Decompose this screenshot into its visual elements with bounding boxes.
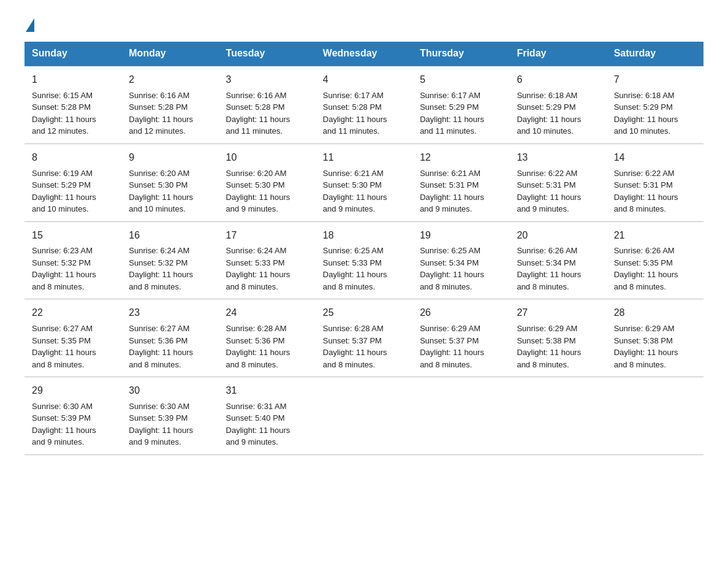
day-number: 14: [614, 150, 696, 166]
day-number: 21: [614, 228, 696, 243]
day-info: Sunrise: 6:16 AMSunset: 5:28 PMDaylight:…: [129, 90, 211, 137]
calendar-cell: [316, 377, 412, 455]
day-info: Sunrise: 6:23 AMSunset: 5:32 PMDaylight:…: [32, 245, 114, 293]
day-number: 31: [226, 383, 308, 399]
calendar-cell: 22Sunrise: 6:27 AMSunset: 5:35 PMDayligh…: [25, 299, 121, 377]
day-number: 15: [32, 228, 114, 243]
calendar-cell: [412, 377, 509, 455]
day-number: 22: [32, 305, 114, 321]
day-info: Sunrise: 6:26 AMSunset: 5:34 PMDaylight:…: [517, 245, 599, 293]
day-number: 17: [226, 228, 308, 243]
calendar-cell: 26Sunrise: 6:29 AMSunset: 5:37 PMDayligh…: [412, 299, 509, 377]
calendar-cell: 5Sunrise: 6:17 AMSunset: 5:29 PMDaylight…: [412, 66, 509, 144]
weekday-header: Monday: [121, 42, 218, 66]
calendar-cell: 6Sunrise: 6:18 AMSunset: 5:29 PMDaylight…: [509, 66, 606, 144]
day-number: 18: [323, 228, 405, 243]
calendar-cell: 27Sunrise: 6:29 AMSunset: 5:38 PMDayligh…: [509, 299, 606, 377]
day-number: 4: [323, 72, 405, 88]
calendar-cell: 3Sunrise: 6:16 AMSunset: 5:28 PMDaylight…: [219, 66, 316, 144]
day-number: 8: [32, 150, 114, 166]
calendar-cell: 16Sunrise: 6:24 AMSunset: 5:32 PMDayligh…: [121, 221, 218, 299]
day-info: Sunrise: 6:29 AMSunset: 5:38 PMDaylight:…: [614, 323, 696, 370]
calendar-cell: 30Sunrise: 6:30 AMSunset: 5:39 PMDayligh…: [121, 377, 218, 455]
calendar-week-row: 1Sunrise: 6:15 AMSunset: 5:28 PMDaylight…: [25, 66, 703, 144]
calendar-week-row: 15Sunrise: 6:23 AMSunset: 5:32 PMDayligh…: [25, 221, 703, 299]
day-info: Sunrise: 6:24 AMSunset: 5:33 PMDaylight:…: [226, 245, 308, 293]
logo: [25, 18, 36, 29]
day-info: Sunrise: 6:19 AMSunset: 5:29 PMDaylight:…: [32, 167, 114, 215]
day-number: 7: [614, 72, 696, 88]
calendar-cell: 20Sunrise: 6:26 AMSunset: 5:34 PMDayligh…: [509, 221, 606, 299]
day-number: 19: [420, 228, 502, 243]
calendar-cell: 25Sunrise: 6:28 AMSunset: 5:37 PMDayligh…: [316, 299, 412, 377]
day-info: Sunrise: 6:21 AMSunset: 5:31 PMDaylight:…: [420, 167, 502, 215]
calendar-cell: 29Sunrise: 6:30 AMSunset: 5:39 PMDayligh…: [25, 377, 121, 455]
day-info: Sunrise: 6:29 AMSunset: 5:37 PMDaylight:…: [420, 323, 502, 370]
calendar-cell: [509, 377, 606, 455]
day-info: Sunrise: 6:27 AMSunset: 5:35 PMDaylight:…: [32, 323, 114, 370]
day-number: 2: [129, 72, 211, 88]
calendar-cell: 24Sunrise: 6:28 AMSunset: 5:36 PMDayligh…: [219, 299, 316, 377]
calendar-cell: 2Sunrise: 6:16 AMSunset: 5:28 PMDaylight…: [121, 66, 218, 144]
day-info: Sunrise: 6:20 AMSunset: 5:30 PMDaylight:…: [226, 167, 308, 215]
calendar-cell: 18Sunrise: 6:25 AMSunset: 5:33 PMDayligh…: [316, 221, 412, 299]
weekday-header: Sunday: [25, 42, 121, 66]
day-info: Sunrise: 6:22 AMSunset: 5:31 PMDaylight:…: [517, 167, 599, 215]
day-info: Sunrise: 6:21 AMSunset: 5:30 PMDaylight:…: [323, 167, 405, 215]
logo-triangle-icon: [26, 18, 34, 32]
calendar-cell: 23Sunrise: 6:27 AMSunset: 5:36 PMDayligh…: [121, 299, 218, 377]
calendar-cell: 19Sunrise: 6:25 AMSunset: 5:34 PMDayligh…: [412, 221, 509, 299]
day-info: Sunrise: 6:27 AMSunset: 5:36 PMDaylight:…: [129, 323, 211, 370]
day-info: Sunrise: 6:18 AMSunset: 5:29 PMDaylight:…: [614, 90, 696, 137]
day-number: 30: [129, 383, 211, 399]
day-number: 29: [32, 383, 114, 399]
day-info: Sunrise: 6:28 AMSunset: 5:36 PMDaylight:…: [226, 323, 308, 370]
day-info: Sunrise: 6:25 AMSunset: 5:33 PMDaylight:…: [323, 245, 405, 293]
day-number: 23: [129, 305, 211, 321]
day-number: 9: [129, 150, 211, 166]
day-info: Sunrise: 6:20 AMSunset: 5:30 PMDaylight:…: [129, 167, 211, 215]
calendar-cell: 31Sunrise: 6:31 AMSunset: 5:40 PMDayligh…: [219, 377, 316, 455]
weekday-header: Tuesday: [219, 42, 316, 66]
day-info: Sunrise: 6:22 AMSunset: 5:31 PMDaylight:…: [614, 167, 696, 215]
calendar-cell: [607, 377, 703, 455]
day-info: Sunrise: 6:25 AMSunset: 5:34 PMDaylight:…: [420, 245, 502, 293]
day-info: Sunrise: 6:17 AMSunset: 5:29 PMDaylight:…: [420, 90, 502, 137]
day-info: Sunrise: 6:26 AMSunset: 5:35 PMDaylight:…: [614, 245, 696, 293]
day-number: 10: [226, 150, 308, 166]
calendar-cell: 11Sunrise: 6:21 AMSunset: 5:30 PMDayligh…: [316, 144, 412, 221]
day-info: Sunrise: 6:30 AMSunset: 5:39 PMDaylight:…: [32, 400, 114, 448]
weekday-header: Thursday: [412, 42, 509, 66]
calendar-cell: 12Sunrise: 6:21 AMSunset: 5:31 PMDayligh…: [412, 144, 509, 221]
day-number: 27: [517, 305, 599, 321]
day-number: 11: [323, 150, 405, 166]
day-number: 3: [226, 72, 308, 88]
calendar-cell: 13Sunrise: 6:22 AMSunset: 5:31 PMDayligh…: [509, 144, 606, 221]
calendar-cell: 21Sunrise: 6:26 AMSunset: 5:35 PMDayligh…: [607, 221, 703, 299]
weekday-header: Saturday: [607, 42, 703, 66]
day-number: 12: [420, 150, 502, 166]
calendar-cell: 1Sunrise: 6:15 AMSunset: 5:28 PMDaylight…: [25, 66, 121, 144]
calendar-week-row: 22Sunrise: 6:27 AMSunset: 5:35 PMDayligh…: [25, 299, 703, 377]
calendar-week-row: 8Sunrise: 6:19 AMSunset: 5:29 PMDaylight…: [25, 144, 703, 221]
day-number: 25: [323, 305, 405, 321]
calendar-cell: 8Sunrise: 6:19 AMSunset: 5:29 PMDaylight…: [25, 144, 121, 221]
calendar-cell: 17Sunrise: 6:24 AMSunset: 5:33 PMDayligh…: [219, 221, 316, 299]
calendar-cell: 10Sunrise: 6:20 AMSunset: 5:30 PMDayligh…: [219, 144, 316, 221]
day-info: Sunrise: 6:30 AMSunset: 5:39 PMDaylight:…: [129, 400, 211, 448]
day-number: 28: [614, 305, 696, 321]
day-number: 5: [420, 72, 502, 88]
day-number: 1: [32, 72, 114, 88]
calendar-cell: 9Sunrise: 6:20 AMSunset: 5:30 PMDaylight…: [121, 144, 218, 221]
calendar-table: SundayMondayTuesdayWednesdayThursdayFrid…: [25, 42, 703, 455]
day-info: Sunrise: 6:28 AMSunset: 5:37 PMDaylight:…: [323, 323, 405, 370]
day-number: 6: [517, 72, 599, 88]
weekday-header: Friday: [509, 42, 606, 66]
calendar-cell: 4Sunrise: 6:17 AMSunset: 5:28 PMDaylight…: [316, 66, 412, 144]
calendar-cell: 28Sunrise: 6:29 AMSunset: 5:38 PMDayligh…: [607, 299, 703, 377]
day-info: Sunrise: 6:24 AMSunset: 5:32 PMDaylight:…: [129, 245, 211, 293]
calendar-header-row: SundayMondayTuesdayWednesdayThursdayFrid…: [25, 42, 703, 66]
day-number: 20: [517, 228, 599, 243]
day-number: 16: [129, 228, 211, 243]
day-info: Sunrise: 6:15 AMSunset: 5:28 PMDaylight:…: [32, 90, 114, 137]
